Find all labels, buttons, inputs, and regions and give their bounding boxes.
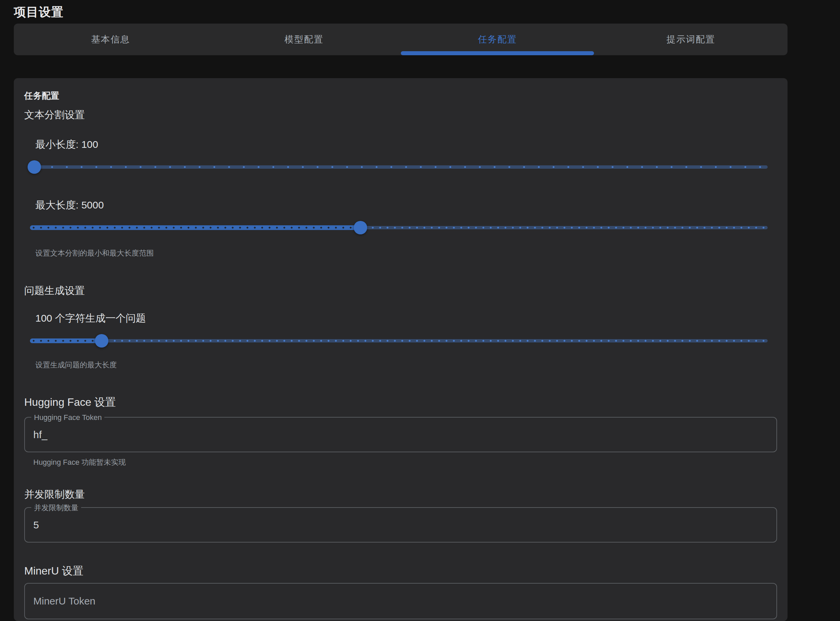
mineru-section-title: MinerU 设置 <box>24 564 777 577</box>
slider-thumb[interactable] <box>95 334 108 348</box>
text-split-section-title: 文本分割设置 <box>24 108 777 121</box>
panel-heading: 任务配置 <box>24 90 777 101</box>
tab-model-config[interactable]: 模型配置 <box>207 24 401 55</box>
question-gen-helper: 设置生成问题的最大长度 <box>35 360 777 370</box>
hugging-face-token-input[interactable] <box>25 418 777 451</box>
mineru-token-field-outline <box>24 583 777 619</box>
max-length-label: 最大长度: 5000 <box>35 199 777 212</box>
tab-basic-info-label: 基本信息 <box>91 33 130 45</box>
concurrency-input[interactable] <box>25 508 777 542</box>
tab-basic-info[interactable]: 基本信息 <box>14 24 207 55</box>
min-length-slider[interactable] <box>30 160 767 174</box>
project-settings-page: 项目设置 基本信息 模型配置 任务配置 提示词配置 任务配置 文本分割设置 最小… <box>0 0 840 621</box>
hugging-face-section-title: Hugging Face 设置 <box>24 395 777 409</box>
tab-task-config[interactable]: 任务配置 <box>401 24 594 55</box>
hugging-face-helper: Hugging Face 功能暂未实现 <box>33 457 777 467</box>
slider-rail <box>30 165 767 169</box>
tab-prompt-config[interactable]: 提示词配置 <box>594 24 787 55</box>
max-length-slider[interactable] <box>30 220 767 235</box>
tab-task-config-label: 任务配置 <box>478 33 517 45</box>
tab-prompt-config-label: 提示词配置 <box>666 33 715 45</box>
slider-track <box>30 225 360 230</box>
task-config-panel: 任务配置 文本分割设置 最小长度: 100 最大长度: 5000 设置文本分割的… <box>14 78 787 621</box>
concurrency-field-outline: 并发限制数量 <box>24 507 777 542</box>
settings-tabbar: 基本信息 模型配置 任务配置 提示词配置 <box>14 24 787 55</box>
question-gen-label: 100 个字符生成一个问题 <box>35 312 777 325</box>
slider-thumb[interactable] <box>27 160 41 174</box>
concurrency-field-label: 并发限制数量 <box>31 503 81 512</box>
slider-rail <box>30 339 767 342</box>
hugging-face-token-field-label: Hugging Face Token <box>31 413 104 422</box>
question-gen-section-title: 问题生成设置 <box>24 284 777 297</box>
slider-thumb[interactable] <box>354 221 367 235</box>
text-split-helper: 设置文本分割的最小和最大长度范围 <box>35 248 777 258</box>
page-title: 项目设置 <box>14 5 840 20</box>
question-gen-slider[interactable] <box>30 333 767 348</box>
active-tab-indicator <box>401 51 594 55</box>
mineru-token-input[interactable] <box>25 584 777 619</box>
tab-model-config-label: 模型配置 <box>284 33 323 45</box>
min-length-label: 最小长度: 100 <box>35 138 777 151</box>
concurrency-section-title: 并发限制数量 <box>24 488 777 501</box>
slider-track <box>30 338 102 343</box>
hugging-face-token-field-outline: Hugging Face Token <box>24 417 777 452</box>
